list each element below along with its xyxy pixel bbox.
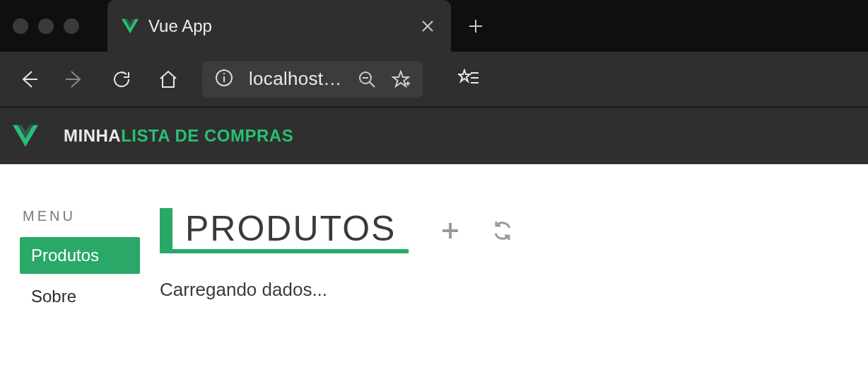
forward-button[interactable] bbox=[62, 67, 88, 92]
window-minimize-dot[interactable] bbox=[38, 18, 54, 34]
page-body: MENU Produtos Sobre PRODUTOS Carregando … bbox=[0, 164, 868, 315]
favorite-icon[interactable] bbox=[392, 70, 410, 88]
browser-toolbar: localhost… bbox=[0, 52, 868, 108]
new-tab-button[interactable] bbox=[461, 12, 491, 40]
window-titlebar: Vue App bbox=[0, 0, 868, 52]
vue-logo-icon bbox=[122, 18, 139, 35]
page-title-row: PRODUTOS bbox=[160, 208, 848, 253]
home-button[interactable] bbox=[156, 67, 181, 92]
refresh-button[interactable] bbox=[109, 67, 134, 92]
brand-suffix: LISTA DE COMPRAS bbox=[121, 126, 293, 145]
svg-point-4 bbox=[223, 72, 225, 74]
title-accent-bar bbox=[160, 208, 172, 253]
window-traffic-lights bbox=[13, 18, 79, 34]
sidebar-item-produtos[interactable]: Produtos bbox=[20, 237, 140, 274]
back-button[interactable] bbox=[16, 67, 41, 92]
window-close-dot[interactable] bbox=[13, 18, 28, 34]
add-product-button[interactable] bbox=[440, 220, 461, 241]
main-content: PRODUTOS Carregando dados... bbox=[160, 208, 848, 315]
url-text: localhost… bbox=[249, 68, 342, 90]
page-title-wrap: PRODUTOS bbox=[160, 208, 409, 253]
page-title: PRODUTOS bbox=[172, 208, 409, 253]
svg-line-6 bbox=[370, 82, 375, 87]
menu-heading: MENU bbox=[23, 208, 140, 224]
window-zoom-dot[interactable] bbox=[64, 18, 79, 34]
loading-text: Carregando dados... bbox=[160, 279, 848, 301]
sidebar: MENU Produtos Sobre bbox=[20, 208, 140, 315]
refresh-list-button[interactable] bbox=[492, 220, 513, 241]
app-brand-text: MINHALISTA DE COMPRAS bbox=[64, 126, 293, 146]
favorites-list-icon[interactable] bbox=[458, 69, 479, 90]
vue-logo-icon bbox=[13, 123, 38, 149]
tab-title: Vue App bbox=[148, 16, 212, 36]
app-brand: MINHALISTA DE COMPRAS bbox=[13, 123, 293, 149]
zoom-out-icon[interactable] bbox=[358, 70, 376, 88]
site-info-icon[interactable] bbox=[215, 69, 233, 90]
tab-close-icon[interactable] bbox=[416, 13, 440, 39]
app-header: MINHALISTA DE COMPRAS bbox=[0, 108, 868, 164]
sidebar-item-sobre[interactable]: Sobre bbox=[20, 278, 140, 315]
brand-prefix: MINHA bbox=[64, 126, 121, 145]
svg-marker-11 bbox=[459, 70, 470, 81]
address-bar[interactable]: localhost… bbox=[202, 61, 423, 98]
browser-tab[interactable]: Vue App bbox=[107, 0, 451, 52]
